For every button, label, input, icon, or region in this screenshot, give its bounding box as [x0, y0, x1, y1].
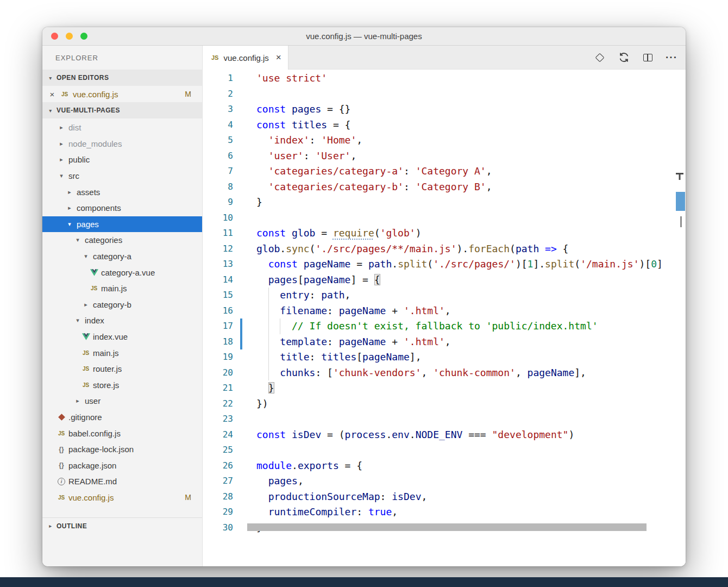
close-window-button[interactable] [51, 33, 58, 40]
code-line[interactable]: 21 } [203, 380, 686, 396]
tree-item-components[interactable]: ▸components [42, 200, 202, 216]
tree-item-main-js[interactable]: JSmain.js [42, 280, 202, 297]
code-line[interactable]: 3const pages = {} [203, 102, 686, 117]
code-line[interactable]: 19 title: titles[pageName], [203, 349, 686, 365]
chevron-right-icon[interactable]: ▸ [60, 156, 63, 163]
tree-item-node-modules[interactable]: ▸node_modules [42, 136, 202, 152]
code-line[interactable]: 23 [203, 411, 686, 427]
line-number[interactable]: 15 [203, 288, 242, 303]
chevron-right-icon[interactable]: ▸ [60, 124, 63, 131]
tree-item-pages[interactable]: ▾pages [42, 216, 202, 233]
vertical-scrollbar-thumb[interactable] [676, 192, 685, 211]
line-number[interactable]: 9 [203, 195, 242, 210]
line-number[interactable]: 6 [203, 148, 242, 164]
synchronize-icon[interactable] [617, 51, 630, 64]
tree-item-vue-config-js[interactable]: JSvue.config.jsM [42, 490, 202, 506]
code-line[interactable]: 13 const pageName = path.split('./src/pa… [203, 257, 686, 272]
code-line[interactable]: 16 filename: pageName + '.html', [203, 303, 686, 319]
line-number[interactable]: 30 [203, 520, 242, 536]
tree-item-package-lock-json[interactable]: {}package-lock.json [42, 441, 202, 458]
tree-item-babel-config-js[interactable]: JSbabel.config.js [42, 425, 202, 441]
tree-item--gitignore[interactable]: .gitignore [42, 409, 202, 426]
tree-item-readme-md[interactable]: iREADME.md [42, 473, 202, 490]
line-number[interactable]: 4 [203, 117, 242, 133]
code-line[interactable]: 28 productionSourceMap: isDev, [203, 489, 686, 505]
code-line[interactable]: 18 template: pageName + '.html', [203, 334, 686, 350]
tree-item-user[interactable]: ▸user [42, 393, 202, 409]
open-editor-item[interactable]: × JS vue.config.js M [42, 86, 202, 102]
line-number[interactable]: 10 [203, 210, 242, 226]
tree-item-category-a[interactable]: ▾category-a [42, 248, 202, 265]
tab-vue-config-js[interactable]: JS vue.config.js × [203, 46, 288, 70]
line-number[interactable]: 23 [203, 411, 242, 427]
split-editor-icon[interactable] [641, 51, 654, 64]
chevron-down-icon[interactable]: ▾ [60, 172, 63, 179]
chevron-down-icon[interactable]: ▾ [76, 317, 79, 324]
code-line[interactable]: 27 pages, [203, 473, 686, 489]
close-editor-icon[interactable]: × [48, 90, 57, 99]
line-number[interactable]: 11 [203, 226, 242, 241]
tree-item-main-js[interactable]: JSmain.js [42, 345, 202, 361]
minimize-window-button[interactable] [66, 33, 73, 40]
code-line[interactable]: 24const isDev = (process.env.NODE_ENV ==… [203, 427, 686, 443]
line-number[interactable]: 26 [203, 458, 242, 474]
code-line[interactable]: 14 pages[pageName] = { [203, 272, 686, 288]
line-number[interactable]: 29 [203, 504, 242, 520]
code-line[interactable]: 7 'categaries/categary-a': 'Category A', [203, 164, 686, 179]
code-line[interactable]: 9} [203, 195, 686, 210]
code-editor[interactable]: 1'use strict'23const pages = {}4const ti… [203, 70, 686, 566]
chevron-down-icon[interactable]: ▾ [84, 253, 87, 260]
code-line[interactable]: 1'use strict' [203, 71, 686, 86]
code-line[interactable]: 12glob.sync('./src/pages/**/main.js').fo… [203, 241, 686, 257]
code-line[interactable]: 15 entry: path, [203, 288, 686, 303]
line-number[interactable]: 28 [203, 489, 242, 505]
line-number[interactable]: 17 [203, 319, 242, 334]
code-line[interactable]: 2 [203, 86, 686, 102]
code-line[interactable]: 22}) [203, 396, 686, 412]
line-number[interactable]: 12 [203, 241, 242, 257]
line-number[interactable]: 8 [203, 179, 242, 195]
line-number[interactable]: 7 [203, 164, 242, 179]
project-section-header[interactable]: ▾ VUE-MULTI-PAGES [42, 102, 202, 118]
horizontal-scrollbar-thumb[interactable] [247, 523, 647, 531]
chevron-right-icon[interactable]: ▸ [60, 140, 63, 147]
tree-item-index-vue[interactable]: index.vue [42, 329, 202, 345]
tree-item-src[interactable]: ▾src [42, 168, 202, 184]
tree-item-index[interactable]: ▾index [42, 313, 202, 329]
close-tab-icon[interactable]: × [276, 52, 281, 63]
code-line[interactable]: 25 [203, 442, 686, 458]
tree-item-package-json[interactable]: {}package.json [42, 457, 202, 473]
line-number[interactable]: 13 [203, 257, 242, 272]
code-line[interactable]: 4const titles = { [203, 117, 686, 133]
line-number[interactable]: 24 [203, 427, 242, 443]
line-number[interactable]: 14 [203, 272, 242, 288]
code-line[interactable]: 20 chunks: ['chunk-vendors', 'chunk-comm… [203, 365, 686, 381]
line-number[interactable]: 16 [203, 303, 242, 319]
line-number[interactable]: 27 [203, 473, 242, 489]
code-line[interactable]: 26module.exports = { [203, 458, 686, 474]
line-number[interactable]: 18 [203, 334, 242, 350]
overview-ruler[interactable] [674, 70, 686, 566]
chevron-right-icon[interactable]: ▸ [68, 204, 71, 211]
tree-item-category-a-vue[interactable]: category-a.vue [42, 264, 202, 280]
line-number[interactable]: 21 [203, 380, 242, 396]
line-number[interactable]: 5 [203, 133, 242, 148]
code-line[interactable]: 5 'index': 'Home', [203, 133, 686, 148]
line-number[interactable]: 2 [203, 86, 242, 102]
chevron-right-icon[interactable]: ▸ [84, 301, 87, 308]
tree-item-router-js[interactable]: JSrouter.js [42, 361, 202, 377]
code-line[interactable]: 6 'user': 'User', [203, 148, 686, 164]
chevron-down-icon[interactable]: ▾ [68, 221, 71, 228]
open-editors-section-header[interactable]: ▾ OPEN EDITORS [42, 70, 202, 86]
line-number[interactable]: 22 [203, 396, 242, 412]
code-line[interactable]: 10 [203, 210, 686, 226]
tree-item-categories[interactable]: ▾categories [42, 232, 202, 248]
open-changes-icon[interactable] [593, 51, 606, 64]
outline-section-header[interactable]: ▸ OUTLINE [42, 517, 202, 534]
tree-item-assets[interactable]: ▸assets [42, 184, 202, 200]
code-line[interactable]: 17 // If doesn't exist, fallback to 'pub… [203, 319, 686, 334]
tree-item-category-b[interactable]: ▸category-b [42, 297, 202, 313]
tree-item-store-js[interactable]: JSstore.js [42, 377, 202, 394]
zoom-window-button[interactable] [80, 33, 87, 40]
title-bar[interactable]: vue.config.js — vue-multi-pages [42, 27, 686, 46]
